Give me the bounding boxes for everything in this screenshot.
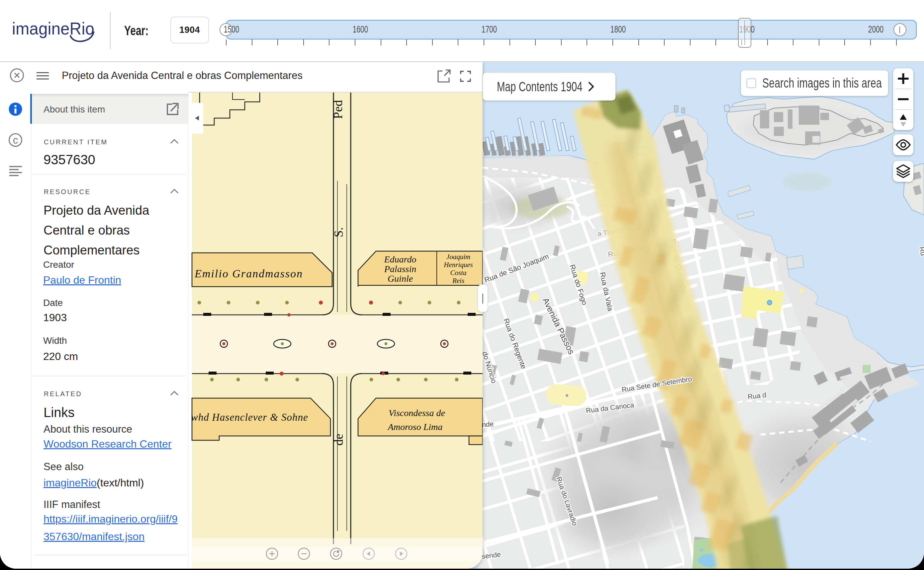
svg-text:Viscondessa de: Viscondessa de <box>389 408 445 418</box>
svg-text:Projeto da Avenida Central e o: Projeto da Avenida Central e obras Compl… <box>62 70 303 81</box>
svg-text:S.: S. <box>332 227 346 238</box>
svg-text:Amoroso Lima: Amoroso Lima <box>387 422 443 432</box>
svg-text:Reis: Reis <box>452 277 464 285</box>
svg-text:Eduardo: Eduardo <box>384 254 417 264</box>
svg-text:Emilio Grandmasson: Emilio Grandmasson <box>194 267 303 280</box>
svg-text:Joaquim: Joaquim <box>446 253 470 261</box>
svg-text:Costa: Costa <box>450 269 466 277</box>
svg-text:whd Hasenclever & Sohne: whd Hasenclever & Sohne <box>191 411 308 423</box>
svg-text:imagineRio: imagineRio <box>12 19 94 38</box>
svg-text:Ped: Ped <box>331 100 345 119</box>
svg-text:de: de <box>332 434 346 446</box>
svg-text:c: c <box>13 134 18 146</box>
svg-text:Henriques: Henriques <box>443 261 473 269</box>
svg-text:Guinle: Guinle <box>387 273 413 283</box>
svg-text:Palassin: Palassin <box>384 264 416 274</box>
